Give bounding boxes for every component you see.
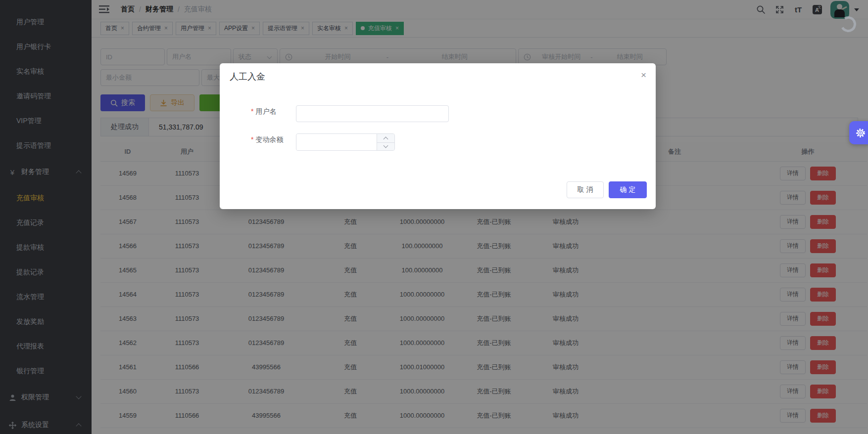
gear-icon <box>855 127 867 139</box>
dialog-title: 人工入金 <box>230 71 265 83</box>
username-field[interactable] <box>296 105 449 122</box>
number-spinner <box>377 134 394 150</box>
spinner-up-icon[interactable] <box>377 134 394 142</box>
required-mark: * <box>251 107 253 115</box>
dialog-close-icon[interactable]: × <box>641 70 646 81</box>
balance-change-field[interactable] <box>296 134 375 150</box>
manual-deposit-dialog: 人工入金 × *用户名 *变动余额 取 消 确 定 <box>220 63 656 209</box>
balance-change-label: *变动余额 <box>251 135 283 144</box>
spinner-down-icon[interactable] <box>377 142 394 151</box>
required-mark: * <box>251 135 253 143</box>
cancel-button[interactable]: 取 消 <box>567 181 604 198</box>
balance-change-field-wrap <box>296 133 395 151</box>
theme-settings-button[interactable] <box>849 121 868 144</box>
confirm-button[interactable]: 确 定 <box>609 181 647 198</box>
username-label: *用户名 <box>251 107 276 116</box>
app-root: 用户管理用户银行卡实名审核邀请码管理VIP管理提示语管理¥财务管理充值审核充值记… <box>0 0 868 434</box>
